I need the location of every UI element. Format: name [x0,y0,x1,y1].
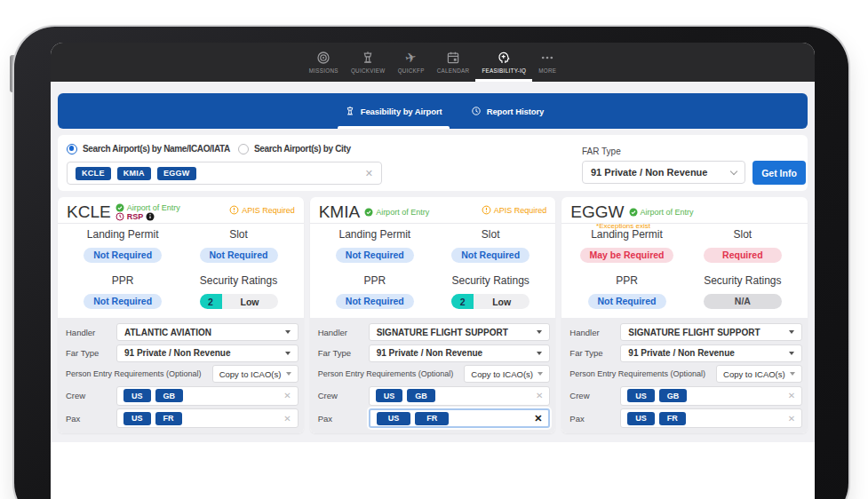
nav-quickfp[interactable]: ✈ QUICKFP [392,43,431,82]
clear-search-icon[interactable] [365,168,373,179]
clear-pax-icon[interactable] [283,414,291,424]
tab-feasibility-label: Feasibility by Airport [361,107,442,116]
handler-value: ATLANTIC AVIATION [124,328,211,337]
landing-permit-status: Not Required [336,248,414,263]
crew-label: Crew [318,391,369,400]
crew-tag[interactable]: US [123,389,151,402]
quickview-tower-icon [361,51,375,65]
info-icon[interactable] [146,212,155,221]
landing-permit-status: Not Required [84,248,162,263]
copy-to-icao-select[interactable]: Copy to ICAO(s) [716,365,802,383]
get-info-button[interactable]: Get Info [753,161,806,185]
security-ratings-label: Security Ratings [180,274,296,288]
caret-down-icon [789,352,794,355]
crew-input[interactable]: US GB [116,386,299,406]
pax-input[interactable]: US FR [116,408,299,428]
radio-unselected-icon [238,144,249,154]
pax-tag[interactable]: FR [659,412,686,425]
slot-label: Slot [180,228,296,242]
far-type-row-value: 91 Private / Non Revenue [377,348,483,358]
crew-tag[interactable]: GB [155,389,184,402]
security-score: 2 [451,294,474,309]
landing-permit-label: Landing Permit [65,228,180,242]
caret-down-icon [537,330,542,334]
nav-calendar[interactable]: CALENDAR [431,43,476,82]
airport-code: EGGW [570,202,624,221]
airport-search-input[interactable]: KCLE KMIA EGGW [67,162,382,185]
person-entry-label: Person Entry Requirements (Optional) [318,369,465,378]
airport-tag[interactable]: EGGW [157,167,196,180]
pax-tag[interactable]: FR [155,412,182,425]
rsp-clock-icon [115,212,124,221]
pax-label: Pax [66,414,116,424]
clear-crew-icon[interactable] [283,391,291,400]
copy-to-icao-value: Copy to ICAO(s) [471,369,533,379]
caret-down-icon [285,330,291,334]
far-type-value: 91 Private / Non Revenue [591,167,707,178]
clear-pax-icon[interactable] [788,414,795,424]
apis-required-label: APIS Required [242,206,295,215]
nav-feasibility-iq[interactable]: FEASIBILITY-IQ [475,43,532,82]
radio-search-by-name[interactable]: Search Airport(s) by Name/ICAO/IATA [67,144,230,154]
clear-crew-icon[interactable] [788,391,795,400]
handler-select[interactable]: SIGNATURE FLIGHT SUPPORT [620,323,802,341]
clear-crew-icon[interactable] [536,391,543,400]
handler-select[interactable]: SIGNATURE FLIGHT SUPPORT [369,323,551,341]
crew-input[interactable]: US GB [369,386,551,406]
pax-tag[interactable]: FR [415,412,449,425]
handler-label: Handler [569,328,620,337]
security-rating-pill: 2Low [200,294,278,309]
ppr-status: Not Required [336,294,414,309]
nav-quickfp-label: QUICKFP [398,67,425,74]
check-circle-icon [115,203,124,212]
landing-permit-status: May be Required [580,248,673,263]
airport-tag[interactable]: KMIA [117,167,151,180]
crew-tag[interactable]: US [376,389,403,402]
crew-label: Crew [569,391,620,400]
crew-input[interactable]: US GB [620,386,802,406]
pax-input-focused[interactable]: US FR [369,408,551,428]
search-left: Search Airport(s) by Name/ICAO/IATA Sear… [67,142,382,182]
airport-card-eggw: EGGW Airport of Entry *Exceptions exist … [561,197,808,433]
far-type-row-select[interactable]: 91 Private / Non Revenue [620,345,802,362]
far-type-row-select[interactable]: 91 Private / Non Revenue [369,345,551,362]
tab-feasibility-by-airport[interactable]: Feasibility by Airport [330,93,457,129]
apis-required-badge: APIS Required [229,205,295,215]
nav-more[interactable]: MORE [532,43,562,82]
landing-permit-label: Landing Permit [569,228,684,242]
copy-to-icao-value: Copy to ICAO(s) [219,369,282,379]
crew-tag[interactable]: GB [407,389,435,402]
calendar-icon [446,51,460,65]
airport-tag[interactable]: KCLE [76,167,111,180]
nav-missions[interactable]: MISSIONS [303,43,345,82]
ppr-status: Not Required [84,294,162,309]
airport-of-entry-label: Airport of Entry [376,208,429,217]
slot-status: Required [704,248,782,263]
slot-status: Not Required [451,248,530,263]
pax-tag[interactable]: US [123,412,151,425]
pax-tag[interactable]: US [377,412,411,425]
handler-select[interactable]: ATLANTIC AVIATION [116,323,299,341]
handler-label: Handler [318,328,369,337]
clear-pax-icon[interactable] [534,413,542,424]
exceptions-note: *Exceptions exist [561,223,684,230]
nav-more-label: MORE [538,67,556,74]
caret-down-icon [285,352,291,355]
copy-to-icao-select[interactable]: Copy to ICAO(s) [212,365,299,383]
pax-input[interactable]: US FR [620,408,802,428]
crew-tag[interactable]: US [627,389,655,402]
nav-missions-label: MISSIONS [309,67,338,74]
tab-report-history[interactable]: Report History [457,93,559,129]
security-score: 2 [200,294,222,309]
crew-tag[interactable]: GB [659,389,688,402]
pax-tag[interactable]: US [627,412,655,425]
nav-quickview[interactable]: QUICKVIEW [345,43,392,82]
far-type-row-select[interactable]: 91 Private / Non Revenue [116,345,299,362]
copy-to-icao-select[interactable]: Copy to ICAO(s) [464,365,550,383]
far-type-select[interactable]: 91 Private / Non Revenue [582,161,745,184]
warning-icon [229,205,239,215]
airport-card-kmia: KMIA Airport of Entry APIS Required [310,197,556,433]
radio-search-by-city[interactable]: Search Airport(s) by City [238,144,351,154]
slot-label: Slot [685,228,800,242]
quickfp-plane-icon: ✈ [404,50,418,66]
